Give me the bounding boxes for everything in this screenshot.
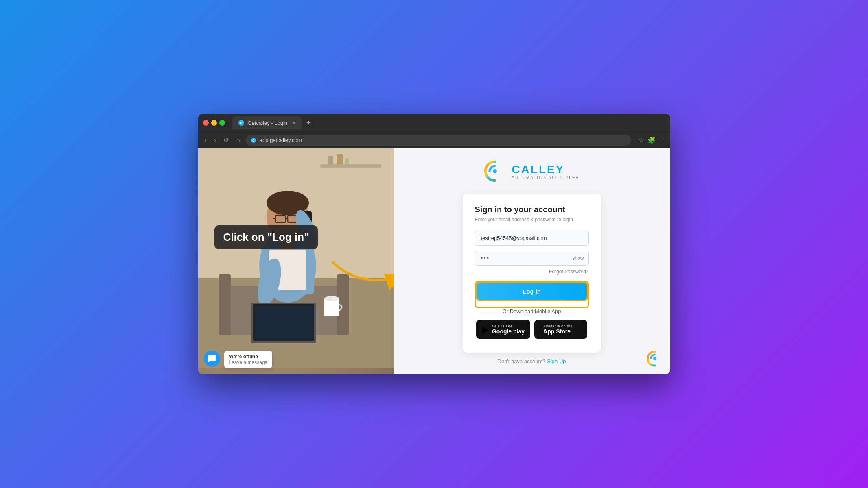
signup-row: Don't have account? Sign Up	[498, 358, 566, 364]
url-bar[interactable]: C app.getcalley.com	[246, 135, 631, 146]
chat-icon[interactable]	[204, 351, 220, 367]
show-password-button[interactable]: show	[572, 255, 584, 261]
title-bar: C Getcalley - Login ✕ +	[198, 114, 670, 132]
address-bar: ‹ › ↺ ⌂ C app.getcalley.com ☆ 🧩 ⋮	[198, 132, 670, 148]
photo-section: Click on "Log in" We'r	[198, 148, 394, 374]
svg-point-35	[493, 169, 497, 173]
app-store-small-label: Available on the	[543, 324, 573, 328]
forward-button[interactable]: ›	[212, 136, 218, 145]
forgot-password-link[interactable]: Forgot Password?	[475, 269, 589, 274]
extension-icon[interactable]: 🧩	[647, 136, 656, 144]
tab-close-icon[interactable]: ✕	[292, 120, 296, 126]
chat-action-text: Leave a message	[229, 359, 268, 365]
app-store-large-label: App Store	[543, 328, 573, 335]
brand-logo: CALLEY AUTOMATIC CALL DIALER	[484, 160, 579, 182]
back-button[interactable]: ‹	[203, 136, 208, 145]
svg-point-32	[324, 296, 339, 301]
email-input[interactable]	[475, 231, 589, 246]
calley-logo-icon	[484, 160, 506, 182]
chat-widget: We're offline Leave a message	[204, 351, 273, 368]
svg-rect-7	[328, 156, 333, 164]
traffic-lights	[203, 120, 225, 126]
tab-bar: C Getcalley - Login ✕ +	[232, 116, 665, 129]
calley-bottom-icon	[647, 351, 663, 367]
svg-rect-12	[219, 274, 231, 335]
close-button[interactable]	[203, 120, 209, 126]
brand-text: CALLEY AUTOMATIC CALL DIALER	[512, 163, 579, 180]
login-card: Sign in to your account Enter your email…	[463, 194, 601, 353]
svg-point-36	[653, 357, 656, 360]
browser-window: C Getcalley - Login ✕ + ‹ › ↺ ⌂ C app.ge…	[198, 114, 670, 374]
download-label: Or Download Mobile App	[475, 308, 589, 314]
google-play-button[interactable]: ▶ GET IT ON Google play	[476, 320, 530, 339]
tooltip-text: Click on "Log in"	[223, 231, 309, 243]
svg-rect-30	[255, 306, 312, 339]
refresh-button[interactable]: ↺	[222, 135, 230, 145]
chat-status-bubble[interactable]: We're offline Leave a message	[224, 351, 273, 368]
menu-icon[interactable]: ⋮	[659, 136, 665, 144]
login-subtitle: Enter your email address & password to l…	[475, 217, 589, 222]
home-button[interactable]: ⌂	[234, 136, 242, 145]
brand-name: CALLEY	[512, 163, 579, 176]
app-store-button[interactable]: Available on the App Store	[534, 320, 587, 339]
chat-status-text: We're offline	[229, 354, 268, 359]
svg-rect-31	[324, 298, 339, 316]
chat-bubble-icon	[208, 354, 216, 363]
new-tab-button[interactable]: +	[304, 119, 313, 127]
url-text: app.getcalley.com	[260, 137, 302, 143]
app-store-text: Available on the App Store	[543, 324, 573, 335]
svg-text:C: C	[252, 139, 254, 142]
maximize-button[interactable]	[219, 120, 225, 126]
signup-text: Don't have account?	[498, 358, 546, 364]
tab-title: Getcalley - Login	[248, 120, 288, 126]
svg-rect-8	[337, 154, 343, 164]
brand-tagline: AUTOMATIC CALL DIALER	[512, 175, 579, 180]
login-section: CALLEY AUTOMATIC CALL DIALER Sign in to …	[394, 148, 670, 374]
signup-link[interactable]: Sign Up	[547, 358, 566, 364]
svg-rect-9	[345, 158, 349, 164]
url-lock-icon: C	[251, 137, 256, 143]
login-title: Sign in to your account	[475, 205, 589, 214]
google-play-small-label: GET IT ON	[492, 324, 525, 328]
google-play-large-label: Google play	[492, 328, 525, 335]
password-wrapper: show	[475, 251, 589, 266]
google-play-text: GET IT ON Google play	[492, 324, 525, 335]
login-button[interactable]: Log in	[477, 283, 587, 300]
bookmark-icon[interactable]: ☆	[638, 136, 644, 144]
toolbar-icons: ☆ 🧩 ⋮	[638, 136, 665, 144]
active-tab[interactable]: C Getcalley - Login ✕	[232, 116, 302, 129]
app-buttons: ▶ GET IT ON Google play Available on the…	[475, 320, 589, 339]
click-tooltip: Click on "Log in"	[214, 225, 318, 249]
google-play-icon: ▶	[482, 324, 489, 335]
tab-favicon-icon: C	[238, 120, 245, 126]
login-button-highlight: Log in	[475, 281, 589, 308]
password-input[interactable]	[475, 251, 589, 266]
page-content: Click on "Log in" We'r	[198, 148, 670, 374]
minimize-button[interactable]	[211, 120, 217, 126]
svg-text:C: C	[240, 121, 243, 125]
svg-rect-6	[320, 164, 381, 168]
arrow-indicator	[328, 254, 394, 294]
